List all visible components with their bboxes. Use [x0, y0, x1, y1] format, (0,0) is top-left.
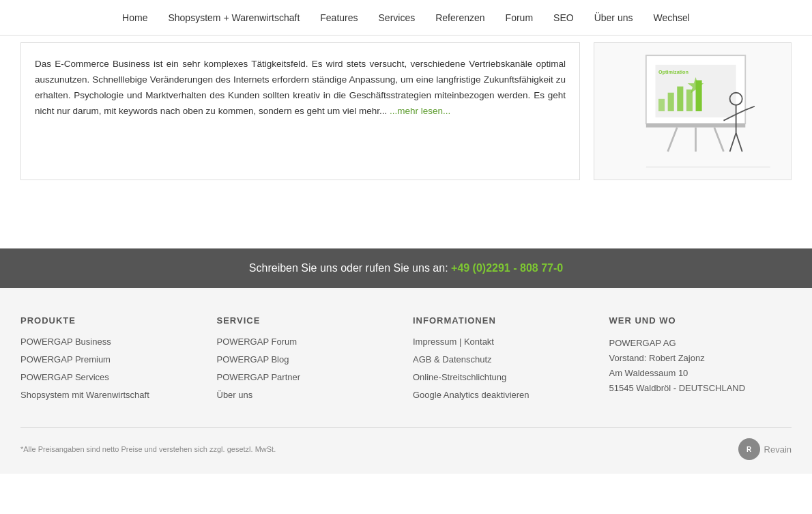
revain-icon: R — [738, 438, 760, 460]
nav-forum[interactable]: Forum — [506, 12, 533, 23]
svg-rect-12 — [696, 81, 702, 111]
svg-rect-9 — [668, 93, 674, 111]
footer-heading-service: SERVICE — [217, 315, 400, 326]
footer-link-services[interactable]: POWERGAP Services — [20, 372, 109, 382]
nav-features[interactable]: Features — [320, 12, 358, 23]
more-link[interactable]: ...mehr lesen... — [387, 106, 450, 116]
footer-col-produkte: PRODUKTE POWERGAP Business POWERGAP Prem… — [20, 315, 203, 407]
illustration: Optimization — [600, 43, 785, 180]
nav-seo[interactable]: SEO — [553, 12, 574, 23]
revain-badge: R Revain — [738, 438, 792, 460]
footer-city: 51545 Waldbröl - DEUTSCHLAND — [609, 381, 792, 396]
article-card: Das E-Commerce Business ist ein sehr kom… — [20, 42, 580, 180]
footer-link-analytics[interactable]: Google Analytics deaktivieren — [413, 390, 530, 400]
footer-col-wer-und-wo: WER UND WO POWERGAP AG Vorstand: Robert … — [609, 315, 792, 407]
footer-company-name: POWERGAP AG — [609, 336, 792, 351]
footer-link-partner[interactable]: POWERGAP Partner — [217, 372, 301, 382]
svg-rect-11 — [686, 89, 693, 111]
svg-text:Optimization: Optimization — [658, 69, 688, 75]
article-body: Das E-Commerce Business ist ein sehr kom… — [35, 57, 566, 119]
footer-address: Am Waldessaum 10 — [609, 366, 792, 381]
nav-ueber-uns[interactable]: Über uns — [594, 12, 633, 23]
footer-heading-informationen: INFORMATIONEN — [413, 315, 596, 326]
nav-home[interactable]: Home — [122, 12, 147, 23]
footer-link-business[interactable]: POWERGAP Business — [20, 337, 111, 347]
footer-heading-wer-und-wo: WER UND WO — [609, 315, 792, 326]
cta-phone: +49 (0)2291 - 808 77-0 — [451, 262, 563, 274]
revain-label: Revain — [764, 444, 792, 455]
footer-bottom: *Alle Preisangaben sind netto Preise und… — [20, 427, 792, 460]
svg-line-17 — [745, 106, 755, 110]
svg-line-19 — [736, 133, 742, 152]
footer-link-agb[interactable]: AGB & Datenschutz — [413, 354, 492, 365]
cta-text: Schreiben Sie uns oder rufen Sie uns an: — [249, 262, 451, 274]
nav-services[interactable]: Services — [379, 12, 416, 23]
nav-wechsel[interactable]: Wechsel — [653, 12, 689, 23]
svg-rect-8 — [658, 99, 665, 111]
footer: PRODUKTE POWERGAP Business POWERGAP Prem… — [0, 288, 812, 474]
footer-link-forum[interactable]: POWERGAP Forum — [217, 337, 298, 347]
footer-disclaimer: *Alle Preisangaben sind netto Preise und… — [20, 445, 276, 453]
footer-col-service: SERVICE POWERGAP Forum POWERGAP Blog POW… — [217, 315, 400, 407]
main-content: Das E-Commerce Business ist ein sehr kom… — [0, 35, 812, 194]
footer-link-streit[interactable]: Online-Streitschlichtung — [413, 372, 506, 382]
footer-link-ueber-uns[interactable]: Über uns — [217, 390, 253, 400]
main-nav: Home Shopsystem + Warenwirtschaft Featur… — [0, 0, 812, 35]
nav-referenzen[interactable]: Referenzen — [435, 12, 484, 23]
footer-heading-produkte: PRODUKTE — [20, 315, 203, 326]
footer-link-blog[interactable]: POWERGAP Blog — [217, 354, 289, 365]
footer-link-impressum[interactable]: Impressum | Kontakt — [413, 337, 494, 347]
svg-rect-1 — [646, 124, 745, 127]
footer-link-premium[interactable]: POWERGAP Premium — [20, 354, 111, 365]
footer-vorstand: Vorstand: Robert Zajonz — [609, 351, 792, 366]
svg-line-18 — [730, 133, 736, 152]
footer-grid: PRODUKTE POWERGAP Business POWERGAP Prem… — [20, 315, 792, 407]
image-card: Optimization — [594, 42, 792, 180]
footer-link-shopsystem[interactable]: Shopsystem mit Warenwirtschaft — [20, 390, 149, 400]
svg-line-3 — [714, 128, 724, 152]
svg-rect-10 — [677, 87, 683, 111]
spacer — [0, 194, 812, 248]
nav-shopsystem[interactable]: Shopsystem + Warenwirtschaft — [168, 12, 300, 23]
svg-line-2 — [668, 128, 678, 152]
cta-banner: Schreiben Sie uns oder rufen Sie uns an:… — [0, 248, 812, 288]
footer-col-informationen: INFORMATIONEN Impressum | Kontakt AGB & … — [413, 315, 596, 407]
